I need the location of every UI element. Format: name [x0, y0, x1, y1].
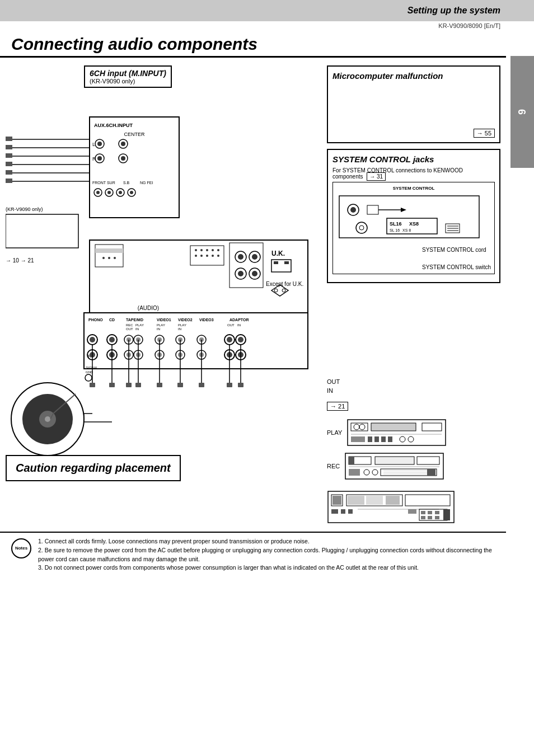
- svg-text:S.B: S.B: [123, 181, 130, 185]
- svg-rect-221: [421, 516, 425, 519]
- svg-point-131: [85, 374, 92, 381]
- right-connection-labels: OUT IN: [327, 378, 500, 396]
- syscontrol-desc: For SYSTEM CONTROL connections to KENWOO…: [332, 167, 495, 180]
- syscontrol-title: SYSTEM CONTROL jacks: [332, 154, 495, 164]
- svg-rect-224: [443, 509, 450, 520]
- svg-point-21: [119, 191, 122, 194]
- svg-point-46: [195, 249, 197, 251]
- svg-rect-220: [435, 511, 439, 514]
- svg-rect-146: [177, 383, 183, 387]
- svg-point-49: [212, 249, 214, 251]
- svg-point-48: [206, 249, 208, 251]
- switch-label: SYSTEM CONTROL switch: [422, 264, 491, 270]
- notes-section: Notes 1. Connect all cords firmly. Loose…: [0, 532, 506, 577]
- svg-point-170: [356, 222, 367, 233]
- svg-point-178: [354, 424, 359, 430]
- svg-text:IN: IN: [237, 323, 241, 327]
- svg-text:IN: IN: [157, 327, 160, 331]
- top-bar: Setting up the system: [0, 0, 534, 21]
- svg-text:IN: IN: [135, 327, 139, 331]
- svg-rect-74: [84, 313, 308, 369]
- svg-rect-162: [367, 205, 378, 214]
- svg-point-12: [121, 156, 125, 161]
- svg-point-62: [238, 271, 243, 276]
- svg-rect-218: [421, 511, 425, 514]
- syscontrol-inner-label: SYSTEM CONTROL: [336, 186, 491, 191]
- play-row: PLAY: [327, 419, 500, 447]
- svg-text:U.K.: U.K.: [271, 250, 285, 257]
- svg-text:L: L: [92, 142, 95, 147]
- svg-text:OUT: OUT: [126, 327, 133, 331]
- video-device-svg: [327, 490, 456, 524]
- syscontrol-panel: SYSTEM CONTROL SL16 XS8: [332, 182, 495, 274]
- 6ch-input-subtitle: (KR-V9090 only): [90, 78, 166, 84]
- svg-text:Except for U.K.: Except for U.K.: [266, 281, 303, 287]
- svg-rect-187: [388, 436, 392, 442]
- svg-point-153: [45, 416, 50, 422]
- svg-point-4: [121, 142, 125, 146]
- svg-rect-183: [351, 436, 365, 442]
- svg-point-19: [107, 191, 111, 194]
- svg-point-50: [217, 249, 219, 251]
- svg-point-44: [114, 257, 116, 259]
- syscontrol-svg: SL16 XS8 SL 16 XS 8: [336, 193, 482, 243]
- svg-text:(AUDIO): (AUDIO): [138, 305, 159, 311]
- svg-rect-214: [348, 509, 353, 514]
- svg-point-53: [206, 255, 208, 257]
- video-device-row: [327, 490, 500, 526]
- svg-point-188: [400, 436, 405, 442]
- svg-rect-149: [238, 383, 243, 387]
- svg-point-60: [252, 254, 257, 260]
- play-device-svg: [346, 419, 447, 447]
- play-label: PLAY: [327, 429, 342, 436]
- svg-point-54: [212, 255, 214, 257]
- svg-rect-209: [366, 496, 383, 505]
- svg-marker-164: [401, 208, 406, 212]
- svg-rect-180: [371, 423, 416, 431]
- svg-rect-222: [428, 516, 432, 519]
- svg-point-55: [217, 255, 219, 257]
- right-page-ref: → 21: [327, 402, 348, 411]
- svg-text:VIDEO1: VIDEO1: [157, 318, 171, 322]
- note-3: 3. Do not connect power cords from compo…: [38, 564, 495, 572]
- page-number: 9: [517, 109, 528, 115]
- svg-text:FRONT SUR: FRONT SUR: [92, 181, 115, 185]
- svg-rect-196: [349, 469, 360, 476]
- svg-rect-208: [348, 496, 364, 505]
- svg-rect-142: [109, 383, 115, 387]
- svg-point-189: [408, 436, 414, 442]
- svg-text:REC: REC: [126, 323, 133, 327]
- main-diagram-svg: AUX.6CH.INPUT CENTER L R FRONT SUR S.B N…: [6, 89, 319, 492]
- svg-point-58: [238, 254, 243, 260]
- in-label: IN: [327, 387, 500, 394]
- 6ch-input-title: 6CH input (M.INPUT): [90, 69, 166, 78]
- model-number: KR-V9090/8090 [En/T]: [0, 21, 534, 30]
- svg-point-43: [108, 257, 110, 259]
- svg-rect-203: [427, 469, 435, 476]
- svg-point-198: [372, 469, 378, 475]
- svg-point-51: [195, 255, 197, 257]
- rec-row: REC: [327, 452, 500, 480]
- svg-rect-206: [332, 496, 341, 505]
- svg-text:CENTER: CENTER: [124, 132, 145, 137]
- malfunction-box: Microcomputer malfunction → 55: [327, 65, 500, 143]
- svg-rect-219: [428, 511, 432, 514]
- svg-point-52: [200, 255, 203, 257]
- svg-text:OUT: OUT: [227, 323, 235, 327]
- svg-rect-211: [405, 495, 450, 506]
- page-title: Connecting audio components: [0, 30, 506, 58]
- svg-point-10: [97, 156, 102, 161]
- svg-rect-186: [381, 436, 386, 442]
- svg-rect-31: [6, 145, 12, 149]
- svg-rect-141: [90, 383, 95, 387]
- rec-label: REC: [327, 463, 340, 469]
- svg-point-47: [200, 249, 203, 251]
- svg-rect-184: [368, 436, 372, 442]
- out-label: OUT: [327, 378, 500, 385]
- svg-rect-41: [95, 248, 123, 253]
- cord-label: SYSTEM CONTROL cord: [422, 247, 491, 253]
- svg-rect-34: [6, 170, 12, 175]
- malfunction-page-ref: → 55: [474, 129, 495, 138]
- svg-rect-35: [6, 179, 12, 183]
- svg-rect-143: [126, 383, 132, 387]
